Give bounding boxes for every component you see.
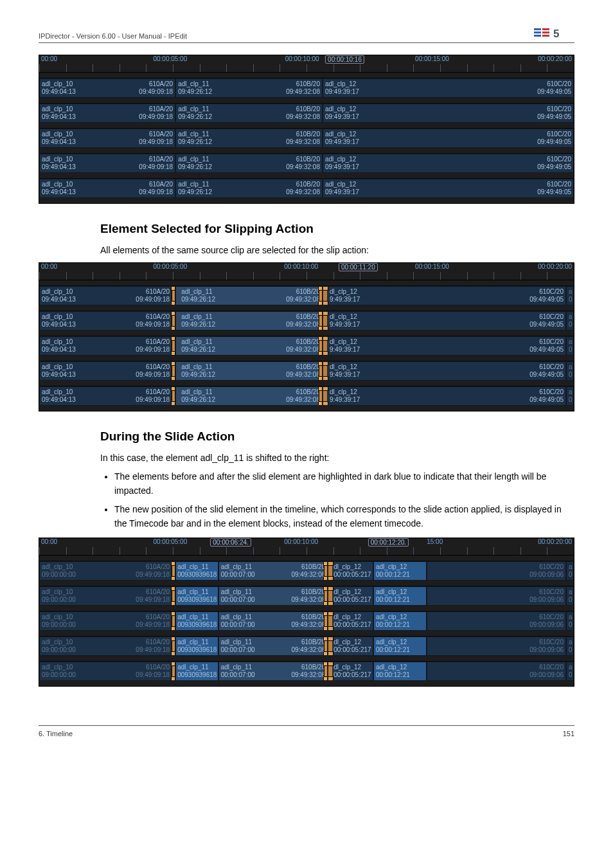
clip-adl-10[interactable]: adl_clp_10610A/20 09:49:04:1309:49:09:18 — [39, 386, 175, 406]
clip-adl-10[interactable]: adl_clp_10610A/20 09:49:04:1309:49:09:18 — [39, 129, 175, 148]
slip-handle-left-icon[interactable] — [323, 387, 327, 405]
clip-adl-10[interactable]: adl_clp_10610A/20 09:49:04:1309:49:09:18 — [39, 78, 175, 98]
clip-fragment[interactable]: a0 — [566, 286, 574, 305]
timecode-ruler[interactable]: 00:00 00:00:05:00 00:00:06:24. 00:00:10:… — [39, 538, 574, 556]
clip-adl-11-slid[interactable]: adl_clp_11610B/20 00:00:07:0009:49:32:08 — [218, 637, 328, 656]
clip-overlap[interactable]: dl_clp_12 00:00:05:217 — [328, 561, 373, 581]
clip-adl-10-dim[interactable]: adl_clp_10610A/20 09:00:00:0009:49:09:18 — [39, 662, 175, 681]
clip-stub-old-pos[interactable]: adl_clp_11 009309396182 — [175, 586, 218, 606]
para-slip-intro: All elements of the same source clip are… — [100, 244, 568, 257]
clip-adl-12-impacted[interactable]: adl_clp_12 00:00:12:21 — [373, 662, 427, 681]
clip-adl-12-impacted[interactable]: adl_clp_12 00:00:12:21 — [373, 637, 427, 656]
clip-adl-11[interactable]: adl_clp_11610B/20 09:49:26:1209:49:32:08 — [175, 179, 323, 198]
clip-overlap[interactable]: dl_clp_12 00:00:05:217 — [328, 637, 373, 656]
timeline-slip: 00:00 00:00:05:00 00:00:10:00 00:00:11:2… — [39, 262, 574, 411]
clip-adl-12-impacted[interactable]: adl_clp_12 00:00:12:21 — [373, 611, 427, 631]
clip-adl-10[interactable]: adl_clp_10610A/20 09:49:04:1309:49:09:18 — [39, 361, 175, 381]
clip-fragment[interactable]: a0 — [566, 311, 574, 330]
clip-fragment[interactable]: a0 — [566, 361, 574, 381]
clip-adl-11-slid[interactable]: adl_clp_11610B/20 00:00:07:0009:49:32:08 — [218, 662, 328, 681]
slip-handle-left-icon[interactable] — [323, 362, 327, 380]
clip-adl-11-slid[interactable]: adl_clp_11610B/20 00:00:07:0009:49:32:08 — [218, 611, 328, 631]
clip-adl-10[interactable]: adl_clp_10610A/20 09:49:04:1309:49:09:18 — [39, 286, 175, 305]
slide-out-marker[interactable]: 00:00:12:20. — [368, 538, 409, 547]
ruler-tc-20: 00:00:20:00 — [538, 263, 572, 270]
clip-adl-12[interactable]: dl_clp_12610C/20 9:49:39:1709:49:49:05 — [323, 336, 566, 356]
clip-adl-11-slid[interactable]: adl_clp_11610B/20 00:00:07:0009:49:32:08 — [218, 586, 328, 606]
slide-in-marker[interactable]: 00:00:06:24. — [210, 538, 251, 547]
track-row: adl_clp_10610A/20 09:00:00:0009:49:09:18… — [39, 661, 574, 681]
clip-fragment[interactable]: a0 — [566, 637, 574, 656]
clip-fragment[interactable]: a0 — [566, 611, 574, 631]
svg-rect-5 — [542, 35, 549, 37]
slip-handle-left-icon[interactable] — [323, 312, 327, 330]
clip-fragment[interactable]: a0 — [566, 386, 574, 406]
slide-handle-left-icon[interactable] — [328, 587, 332, 605]
clip-adl-11-slid[interactable]: adl_clp_11610B/20 00:00:07:0009:49:32:08 — [218, 561, 328, 581]
ruler-tc-10: 00:00:10:00 — [284, 263, 318, 270]
slip-handle-left-icon[interactable] — [323, 287, 327, 305]
ruler-tc-20: 00:00:20:00 — [538, 55, 572, 62]
clip-adl-11-selected[interactable]: adl_clp_11610B/20 09:49:26:1209:49:32:08 — [175, 386, 323, 406]
clip-adl-12-tail[interactable]: 610C/20 09:00:09:06 — [427, 561, 566, 581]
ruler-tc-20: 00:00:20:00 — [538, 538, 572, 545]
clip-adl-12[interactable]: adl_clp_12610C/20 09:49:39:1709:49:49:05 — [323, 78, 574, 98]
clip-overlap[interactable]: dl_clp_12 00:00:05:217 — [328, 611, 373, 631]
clip-adl-11-selected[interactable]: adl_clp_11610B/20 09:49:26:1209:49:32:08 — [175, 361, 323, 381]
clip-adl-11[interactable]: adl_clp_11610B/20 09:49:26:1209:49:32:08 — [175, 104, 323, 123]
clip-adl-11[interactable]: adl_clp_11610B/20 09:49:26:1209:49:32:08 — [175, 78, 323, 98]
nowline-marker[interactable]: 00:00:11:20 — [339, 263, 378, 271]
clip-adl-12[interactable]: dl_clp_12610C/20 9:49:39:1709:49:49:05 — [323, 286, 566, 305]
clip-adl-11-selected[interactable]: adl_clp_11610B/20 09:49:26:1209:49:32:08 — [175, 286, 323, 305]
clip-fragment[interactable]: a0 — [566, 561, 574, 581]
clip-adl-12-tail[interactable]: 610C/20 09:00:09:06 — [427, 662, 566, 681]
clip-adl-10-dim[interactable]: adl_clp_10610A/20 09:00:00:0009:49:09:18 — [39, 561, 175, 581]
clip-adl-10-dim[interactable]: adl_clp_10610A/20 09:00:00:0009:49:09:18 — [39, 637, 175, 656]
clip-adl-10[interactable]: adl_clp_10610A/20 09:49:04:1309:49:09:18 — [39, 154, 175, 173]
clip-adl-12[interactable]: dl_clp_12610C/20 9:49:39:1709:49:49:05 — [323, 361, 566, 381]
clip-stub-old-pos[interactable]: adl_clp_11 009309396182 — [175, 637, 218, 656]
track-row: adl_clp_10610A/20 09:00:00:0009:49:09:18… — [39, 636, 574, 656]
clip-adl-10-dim[interactable]: adl_clp_10610A/20 09:00:00:0009:49:09:18 — [39, 611, 175, 631]
slide-handle-left-icon[interactable] — [328, 612, 332, 630]
clip-adl-12-tail[interactable]: 610C/20 09:00:09:06 — [427, 586, 566, 606]
timecode-ruler[interactable]: 00:00 00:00:05:00 00:00:10:00 00:00:10:1… — [39, 55, 574, 73]
ruler-tc-0: 00:00 — [41, 263, 57, 270]
slide-handle-left-icon[interactable] — [328, 662, 332, 680]
clip-adl-12[interactable]: adl_clp_12610C/20 09:49:39:1709:49:49:05 — [323, 154, 574, 173]
clip-adl-10[interactable]: adl_clp_10610A/20 09:49:04:1309:49:09:18 — [39, 336, 175, 356]
clip-adl-12[interactable]: dl_clp_12610C/20 9:49:39:1709:49:49:05 — [323, 386, 566, 406]
clip-stub-old-pos[interactable]: adl_clp_11 009309396182 — [175, 611, 218, 631]
slide-handle-left-icon[interactable] — [328, 637, 332, 655]
clip-overlap[interactable]: dl_clp_12 00:00:05:217 — [328, 662, 373, 681]
clip-adl-12[interactable]: adl_clp_12610C/20 09:49:39:1709:49:49:05 — [323, 179, 574, 198]
ruler-tc-15: 00:00:15:00 — [415, 55, 449, 62]
track-row: adl_clp_10610A/20 09:49:04:1309:49:09:18… — [39, 103, 574, 123]
clip-fragment[interactable]: a0 — [566, 336, 574, 356]
clip-fragment[interactable]: a0 — [566, 662, 574, 681]
clip-adl-11[interactable]: adl_clp_11610B/20 09:49:26:1209:49:32:08 — [175, 154, 323, 173]
clip-adl-10[interactable]: adl_clp_10610A/20 09:49:04:1309:49:09:18 — [39, 104, 175, 123]
clip-adl-12-impacted[interactable]: adl_clp_12 00:00:12:21 — [373, 586, 427, 606]
clip-overlap[interactable]: dl_clp_12 00:00:05:217 — [328, 586, 373, 606]
clip-adl-10[interactable]: adl_clp_10610A/20 09:49:04:1309:49:09:18 — [39, 311, 175, 330]
clip-adl-12[interactable]: dl_clp_12610C/20 9:49:39:1709:49:49:05 — [323, 311, 566, 330]
slip-handle-left-icon[interactable] — [323, 337, 327, 355]
clip-adl-12[interactable]: adl_clp_12610C/20 09:49:39:1709:49:49:05 — [323, 129, 574, 148]
ruler-tc-0: 00:00 — [41, 538, 57, 545]
clip-stub-old-pos[interactable]: adl_clp_11 009309396182 — [175, 662, 218, 681]
clip-adl-12-tail[interactable]: 610C/20 09:00:09:06 — [427, 637, 566, 656]
timecode-ruler[interactable]: 00:00 00:00:05:00 00:00:10:00 00:00:11:2… — [39, 263, 574, 280]
clip-adl-11[interactable]: adl_clp_11610B/20 09:49:26:1209:49:32:08 — [175, 129, 323, 148]
clip-adl-12-tail[interactable]: 610C/20 09:00:09:06 — [427, 611, 566, 631]
clip-adl-11-selected[interactable]: adl_clp_11610B/20 09:49:26:1209:49:32:08 — [175, 336, 323, 356]
clip-stub-old-pos[interactable]: adl_clp_11 009309396182 — [175, 561, 218, 581]
slide-handle-left-icon[interactable] — [328, 562, 332, 580]
clip-adl-11-selected[interactable]: adl_clp_11610B/20 09:49:26:1209:49:32:08 — [175, 311, 323, 330]
clip-adl-10[interactable]: adl_clp_10610A/20 09:49:04:1309:49:09:18 — [39, 179, 175, 198]
clip-adl-10-dim[interactable]: adl_clp_10610A/20 09:00:00:0009:49:09:18 — [39, 586, 175, 606]
nowline-marker[interactable]: 00:00:10:16 — [325, 55, 364, 64]
clip-adl-12-impacted[interactable]: adl_clp_12 00:00:12:21 — [373, 561, 427, 581]
clip-adl-12[interactable]: adl_clp_12610C/20 09:49:39:1709:49:49:05 — [323, 104, 574, 123]
clip-fragment[interactable]: a0 — [566, 586, 574, 606]
